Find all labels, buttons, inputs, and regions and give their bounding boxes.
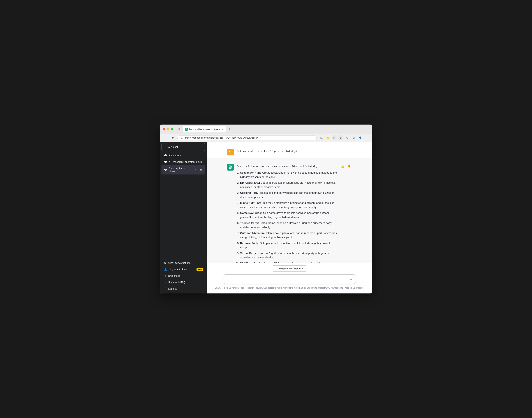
- footer-text: ChatGPT Feb 13 Version. Free Research Pr…: [211, 287, 368, 289]
- chat-input[interactable]: [223, 274, 356, 284]
- minimize-window-button[interactable]: [167, 128, 169, 130]
- user-message-container: CL Got any creative ideas for a 10 year …: [223, 146, 356, 158]
- assistant-message-wrapper: Of course! Here are some creative ideas …: [207, 158, 372, 263]
- titlebar: ⊞ G Birthday Party Ideas. - https:// × +: [160, 125, 372, 134]
- moon-icon: ☽: [164, 274, 166, 277]
- edit-chat-button[interactable]: ✏: [193, 168, 198, 172]
- item-actions: ✏ 🗑: [193, 168, 203, 172]
- chat-bubble-icon-birthday: 💬: [164, 168, 167, 171]
- sidebar-item-label-birthday: Birthday Party Ideas.: [169, 167, 192, 173]
- delete-chat-button[interactable]: 🗑: [198, 168, 203, 172]
- browser-actions: aA ⭐ R ⊕ ↻ ⧉ 👤 ···: [319, 135, 369, 140]
- tab-close-button[interactable]: ×: [221, 128, 224, 131]
- user-avatar: CL: [227, 149, 234, 155]
- assistant-avatar: [227, 164, 234, 171]
- logout-label: Log out: [168, 287, 177, 290]
- send-icon: ➤: [350, 278, 352, 281]
- updates-label: Updates & FAQ: [168, 281, 185, 284]
- thumbs-down-button[interactable]: 👎: [346, 164, 351, 169]
- active-tab[interactable]: G Birthday Party Ideas. - https:// ×: [183, 126, 226, 132]
- plus-icon: +: [164, 146, 166, 149]
- new-chat-label: New chat: [167, 146, 178, 149]
- send-button[interactable]: ➤: [348, 277, 354, 282]
- chatgpt-version-link[interactable]: ChatGPT Feb 13 Version: [215, 287, 239, 289]
- sidebar-toggle-button[interactable]: ⊞: [177, 127, 182, 132]
- regenerate-button[interactable]: ↺ Regenerate response: [272, 266, 307, 272]
- upgrade-label: Upgrade to Plus: [169, 268, 187, 271]
- dark-mode-button[interactable]: ☽ Dark mode: [161, 273, 205, 279]
- profile-button[interactable]: 👤: [358, 135, 363, 140]
- addressbar: ← ↻ 🔒 https://chat.openai.com/chat/e3b32…: [160, 134, 372, 142]
- idea-item-4: Movie Night: Set up a movie night with a…: [240, 201, 337, 209]
- chat-area: CL Got any creative ideas for a 10 year …: [207, 142, 372, 293]
- traffic-lights: [163, 128, 173, 130]
- refresh-button[interactable]: ↻: [345, 135, 350, 140]
- assistant-intro: Of course! Here are some creative ideas …: [237, 164, 337, 168]
- url-text: https://chat.openai.com/chat/e3b32687-57…: [184, 136, 258, 139]
- clear-label: Clear conversations: [168, 261, 191, 264]
- thumbs-up-button[interactable]: 👍: [340, 164, 345, 169]
- bookmark-button[interactable]: ⭐: [325, 135, 330, 140]
- extension-g-button[interactable]: ⊕: [338, 135, 343, 140]
- clear-conversations-button[interactable]: 🗑 Clear conversations: [161, 260, 205, 266]
- close-window-button[interactable]: [163, 128, 165, 130]
- idea-item-5: Game Day: Organize a game day with class…: [240, 211, 337, 220]
- reload-button[interactable]: ↻: [170, 135, 175, 140]
- chat-bubble-icon-ai-research: 💬: [164, 161, 167, 163]
- idea-item-6: Themed Party: Pick a theme, such as a Ha…: [240, 221, 337, 230]
- idea-item-7: Outdoor Adventure: Plan a day trip to a …: [240, 231, 337, 240]
- extension-r-button[interactable]: R: [332, 135, 337, 140]
- app-body: + New chat 💬 Playground 💬 AI Research La…: [160, 142, 372, 293]
- lock-icon: 🔒: [180, 137, 183, 139]
- address-bar[interactable]: 🔒 https://chat.openai.com/chat/e3b32687-…: [177, 135, 317, 140]
- new-badge: NEW: [196, 268, 203, 271]
- input-area: ↺ Regenerate response ➤ ChatGPT Feb 13 V…: [207, 263, 372, 293]
- more-options-button[interactable]: ···: [364, 135, 369, 140]
- new-tab-button[interactable]: +: [227, 127, 232, 132]
- sidebar-item-ai-research[interactable]: 💬 AI Research Laboratory Foun: [161, 159, 205, 165]
- idea-item-2: DIY Craft Party: Set up a craft station …: [240, 181, 337, 189]
- browser-window: ⊞ G Birthday Party Ideas. - https:// × +…: [160, 125, 372, 293]
- trash-icon: 🗑: [164, 261, 167, 264]
- back-button[interactable]: ←: [163, 135, 168, 140]
- assistant-message-container: Of course! Here are some creative ideas …: [223, 161, 356, 263]
- idea-item-10: DIY Photo Booth: Create a DIY photo boot…: [240, 261, 337, 263]
- upgrade-to-plus-button[interactable]: 👤 Upgrade to Plus NEW: [161, 266, 205, 273]
- ideas-list: Scavenger Hunt: Create a scavenger hunt …: [237, 171, 337, 263]
- user-message-content: Got any creative ideas for a 10 year old…: [237, 149, 351, 153]
- sidebar-item-playground[interactable]: 💬 Playground: [161, 152, 205, 159]
- regenerate-label: Regenerate response: [279, 267, 303, 270]
- new-chat-button[interactable]: + New chat: [161, 143, 205, 151]
- logout-icon: →: [164, 287, 167, 290]
- sidebar-bottom: 🗑 Clear conversations 👤 Upgrade to Plus …: [160, 258, 207, 293]
- tab-favicon: G: [185, 128, 188, 131]
- idea-item-9: Virtual Party: If you can't gather in pe…: [240, 251, 337, 260]
- updates-faq-button[interactable]: ↗ Updates & FAQ: [161, 279, 205, 286]
- regenerate-icon: ↺: [275, 267, 278, 270]
- user-icon: 👤: [164, 268, 167, 271]
- user-message: CL Got any creative ideas for a 10 year …: [227, 146, 351, 158]
- maximize-window-button[interactable]: [171, 128, 173, 130]
- logout-button[interactable]: → Log out: [161, 286, 205, 292]
- idea-item-3: Cooking Party: Host a cooking party wher…: [240, 191, 337, 199]
- sidebar-item-birthday-party[interactable]: 💬 Birthday Party Ideas. ✏ 🗑: [161, 165, 205, 174]
- sidebar-item-label-playground: Playground: [169, 154, 181, 157]
- split-view-button[interactable]: ⧉: [351, 135, 356, 140]
- external-link-icon: ↗: [164, 281, 166, 284]
- tab-bar: ⊞ G Birthday Party Ideas. - https:// × +: [177, 126, 369, 132]
- assistant-message-content: Of course! Here are some creative ideas …: [237, 164, 337, 263]
- footer-description: . Free Research Preview. Our goal is to …: [239, 287, 364, 289]
- sidebar-top: + New chat 💬 Playground 💬 AI Research La…: [160, 142, 207, 258]
- chat-bubble-icon-playground: 💬: [164, 154, 167, 157]
- sidebar: + New chat 💬 Playground 💬 AI Research La…: [160, 142, 207, 293]
- chat-messages: CL Got any creative ideas for a 10 year …: [207, 142, 372, 263]
- tab-title: Birthday Party Ideas. - https://: [189, 128, 220, 131]
- idea-item-8: Karaoke Party: Set up a karaoke machine …: [240, 241, 337, 250]
- reader-mode-button[interactable]: aA: [319, 135, 324, 140]
- idea-item-1: Scavenger Hunt: Create a scavenger hunt …: [240, 171, 337, 179]
- input-container: ➤: [223, 274, 356, 284]
- assistant-message: Of course! Here are some creative ideas …: [223, 161, 356, 263]
- dark-mode-label: Dark mode: [168, 274, 180, 277]
- message-actions: 👍 👎: [340, 164, 351, 169]
- sidebar-item-label-ai-research: AI Research Laboratory Foun: [169, 161, 202, 163]
